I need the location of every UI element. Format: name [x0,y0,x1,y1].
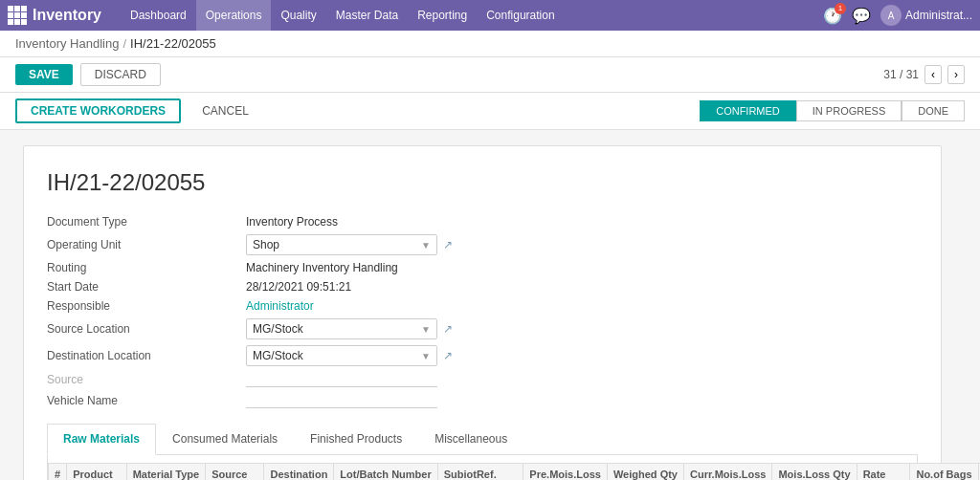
status-confirmed-button[interactable]: CONFIRMED [700,100,796,121]
responsible-value: Administrator [246,299,918,313]
main-nav: Dashboard Operations Quality Master Data… [121,0,565,31]
source-input[interactable] [246,372,437,387]
discard-button[interactable]: DISCARD [80,63,161,86]
chat-icon[interactable]: 💬 [852,7,871,25]
col-lot-batch: Lot/Batch Number [334,464,437,481]
source-location-dropdown-icon: ▼ [421,324,431,335]
breadcrumb-sep: / [122,36,126,51]
col-material-type: Material Type [126,464,206,481]
tabs-bar: Raw Materials Consumed Materials Finishe… [47,424,918,455]
create-workorders-button[interactable]: CREATE WORKORDERS [15,98,181,123]
col-rate: Rate [857,464,910,481]
start-date-value: 28/12/2021 09:51:21 [246,280,918,294]
status-buttons: CONFIRMED IN PROGRESS DONE [700,100,965,121]
routing-label: Routing [47,261,238,274]
breadcrumb-parent[interactable]: Inventory Handling [15,36,119,51]
app-title: Inventory [33,7,101,24]
breadcrumb-current: IH/21-22/02055 [130,36,216,51]
responsible-link[interactable]: Administrator [246,299,314,313]
operating-unit-field: Shop ▼ ↗ [246,234,918,255]
action-bar-secondary: CREATE WORKORDERS CANCEL CONFIRMED IN PR… [0,93,980,130]
col-destination: Destination [264,464,334,481]
nav-dashboard[interactable]: Dashboard [121,0,196,31]
document-type-label: Document Type [47,215,238,229]
prev-record-button[interactable]: ‹ [924,65,942,84]
nav-configuration[interactable]: Configuration [477,0,564,31]
col-curr-mois-loss: Curr.Mois.Loss [683,464,771,481]
action-bar-primary: SAVE DISCARD 31 / 31 ‹ › [0,57,980,93]
destination-location-ext-link[interactable]: ↗ [443,349,453,362]
tab-finished-products[interactable]: Finished Products [294,424,418,454]
breadcrumb: Inventory Handling / IH/21-22/02055 [0,31,980,57]
operating-unit-ext-link[interactable]: ↗ [443,238,453,251]
source-label: Source [47,372,238,387]
tab-content: # Product Material Type Source Destinati… [47,455,918,480]
main-content: IH/21-22/02055 Document Type Inventory P… [0,130,980,480]
destination-location-dropdown-icon: ▼ [421,351,431,361]
notification-badge: 1 [835,3,846,14]
user-name: Administrat... [905,9,972,22]
document-type-value: Inventory Process [246,215,918,229]
record-nav: 31 / 31 ‹ › [883,65,965,84]
source-location-label: Source Location [47,318,238,339]
source-location-field: MG/Stock ▼ ↗ [246,318,918,339]
notifications-icon[interactable]: 🕐 1 [823,7,842,25]
routing-value: Machinery Inventory Handling [246,261,918,274]
operating-unit-label: Operating Unit [47,234,238,255]
col-weighed-qty: Weighed Qty [607,464,683,481]
tab-raw-materials[interactable]: Raw Materials [47,424,156,455]
operating-unit-dropdown-icon: ▼ [421,240,431,251]
col-sublot-ref: SubiotRef. [437,464,523,481]
col-source: Source [206,464,264,481]
source-location-ext-link[interactable]: ↗ [443,322,453,336]
source-location-input[interactable]: MG/Stock ▼ [246,318,437,339]
tab-miscellaneous[interactable]: Miscellaneous [418,424,523,454]
nav-quality[interactable]: Quality [271,0,325,31]
operating-unit-input[interactable]: Shop ▼ [246,234,437,255]
nav-reporting[interactable]: Reporting [408,0,477,31]
vehicle-name-field [246,393,918,408]
col-no-of-bags: No.of Bags [910,464,978,481]
next-record-button[interactable]: › [947,65,965,84]
col-pre-mois-loss: Pre.Mois.Loss [523,464,608,481]
grid-icon [8,6,27,25]
col-mois-loss-qty: Mois.Loss Qty [772,464,857,481]
col-num: # [49,464,67,481]
form-card: IH/21-22/02055 Document Type Inventory P… [23,145,942,480]
nav-operations[interactable]: Operations [196,0,272,31]
tab-consumed-materials[interactable]: Consumed Materials [156,424,294,454]
nav-master-data[interactable]: Master Data [326,0,408,31]
app-brand[interactable]: Inventory [8,6,101,25]
avatar: A [880,5,902,26]
destination-location-field: MG/Stock ▼ ↗ [246,345,918,366]
raw-materials-table: # Product Material Type Source Destinati… [48,463,980,480]
status-done-button[interactable]: DONE [902,100,965,121]
cancel-button[interactable]: CANCEL [189,100,262,121]
form-fields: Document Type Inventory Process Operatin… [47,215,918,408]
vehicle-name-input[interactable] [246,393,437,408]
vehicle-name-label: Vehicle Name [47,393,238,408]
col-product: Product [67,464,127,481]
start-date-label: Start Date [47,280,238,294]
status-inprogress-button[interactable]: IN PROGRESS [796,100,902,121]
form-title: IH/21-22/02055 [47,169,918,196]
navbar-right: 🕐 1 💬 A Administrat... [823,5,972,26]
user-menu[interactable]: A Administrat... [880,5,972,26]
navbar: Inventory Dashboard Operations Quality M… [0,0,980,31]
destination-location-label: Destination Location [47,345,238,366]
responsible-label: Responsible [47,299,238,313]
source-field [246,372,918,387]
record-count: 31 / 31 [883,68,919,81]
destination-location-input[interactable]: MG/Stock ▼ [246,345,437,366]
save-button[interactable]: SAVE [15,64,73,85]
